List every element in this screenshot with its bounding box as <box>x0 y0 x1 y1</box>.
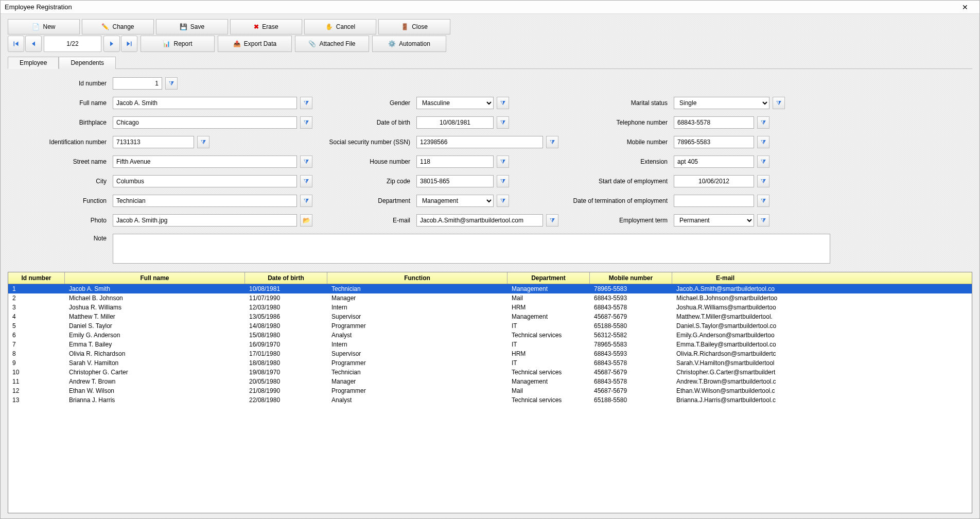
new-label: New <box>43 23 55 30</box>
email-input[interactable] <box>416 214 543 227</box>
dob-input[interactable] <box>416 116 494 129</box>
cell-id: 5 <box>8 321 65 331</box>
house-no-filter-button[interactable]: ⧩ <box>497 155 509 168</box>
start-date-input[interactable] <box>674 175 754 187</box>
emp-term-filter-button[interactable]: ⧩ <box>757 214 769 227</box>
table-row[interactable]: 6Emily G. Anderson15/08/1980AnalystTechn… <box>8 331 972 340</box>
ssn-filter-button[interactable]: ⧩ <box>546 136 558 148</box>
col-name-header[interactable]: Full name <box>65 272 245 284</box>
table-row[interactable]: 2Michael B. Johnson11/07/1990ManagerMail… <box>8 293 972 303</box>
close-button[interactable]: 🚪 Close <box>378 19 450 34</box>
cell-email: Matthew.T.Miller@smartbuildertool. <box>672 312 778 321</box>
house-no-input[interactable] <box>416 155 494 168</box>
stop-hand-icon: ✋ <box>325 23 333 30</box>
table-row[interactable]: 1Jacob A. Smith10/08/1981TechnicianManag… <box>8 284 972 293</box>
col-mobile-header[interactable]: Mobile number <box>590 272 672 284</box>
marital-select[interactable]: Single <box>674 97 769 109</box>
zip-input[interactable] <box>416 175 494 187</box>
nav-last-button[interactable] <box>121 36 137 52</box>
department-select[interactable]: Management <box>416 195 494 207</box>
cancel-button[interactable]: ✋ Cancel <box>304 19 376 34</box>
cell-name: Brianna J. Harris <box>65 395 245 405</box>
cell-mobile: 78965-5583 <box>590 284 672 293</box>
automation-button[interactable]: ⚙️ Automation <box>372 36 446 52</box>
id-number-input[interactable] <box>113 77 162 90</box>
table-row[interactable]: 10Christopher G. Carter19/08/1970Technic… <box>8 368 972 377</box>
table-row[interactable]: 12Ethan W. Wilson21/08/1990ProgrammerMai… <box>8 386 972 395</box>
nav-next-button[interactable] <box>103 36 120 52</box>
mobile-filter-button[interactable]: ⧩ <box>757 136 769 148</box>
start-date-filter-button[interactable]: ⧩ <box>757 175 769 187</box>
gender-select[interactable]: Masculine <box>416 97 494 109</box>
table-row[interactable]: 9Sarah V. Hamilton18/08/1980ProgrammerIT… <box>8 358 972 368</box>
emp-term-select[interactable]: Permanent <box>674 214 754 227</box>
term-date-input[interactable] <box>674 195 754 207</box>
street-filter-button[interactable]: ⧩ <box>300 155 312 168</box>
col-id-header[interactable]: Id number <box>8 272 65 284</box>
id-number-filter-button[interactable]: ⧩ <box>165 77 178 90</box>
birthplace-input[interactable] <box>113 116 297 129</box>
col-dob-header[interactable]: Date of birth <box>245 272 327 284</box>
nav-prev-button[interactable] <box>25 36 42 52</box>
delete-x-icon: ✖ <box>254 23 259 30</box>
photo-input[interactable] <box>113 214 297 227</box>
dob-filter-button[interactable]: ⧩ <box>497 116 509 129</box>
table-row[interactable]: 13Brianna J. Harris22/08/1980AnalystTech… <box>8 395 972 405</box>
full-name-input[interactable] <box>113 97 297 109</box>
function-input[interactable] <box>113 195 297 207</box>
gender-filter-button[interactable]: ⧩ <box>497 97 509 109</box>
photo-browse-button[interactable]: 📂 <box>300 214 312 227</box>
cell-email: Ethan.W.Wilson@smartbuildertool.c <box>672 386 778 395</box>
cell-dob: 22/08/1980 <box>245 395 327 405</box>
funnel-icon: ⧩ <box>500 119 505 126</box>
extension-filter-button[interactable]: ⧩ <box>757 155 769 168</box>
zip-filter-button[interactable]: ⧩ <box>497 175 509 187</box>
ident-no-input[interactable] <box>113 136 194 148</box>
table-row[interactable]: 8Olivia R. Richardson17/01/1980Superviso… <box>8 349 972 358</box>
function-filter-button[interactable]: ⧩ <box>300 195 312 207</box>
table-row[interactable]: 4Matthew T. Miller13/05/1986SupervisorMa… <box>8 312 972 321</box>
cell-email: Emily.G.Anderson@smartbuildertoo <box>672 331 778 340</box>
new-button[interactable]: 📄 New <box>8 19 80 34</box>
attached-file-button[interactable]: 📎 Attached File <box>295 36 369 52</box>
term-date-filter-button[interactable]: ⧩ <box>757 195 769 207</box>
marital-filter-button[interactable]: ⧩ <box>773 97 785 109</box>
funnel-icon: ⧩ <box>761 158 766 165</box>
ident-no-filter-button[interactable]: ⧩ <box>197 136 209 148</box>
tab-employee[interactable]: Employee <box>8 57 59 69</box>
tab-dependents[interactable]: Dependents <box>59 57 116 69</box>
report-button[interactable]: 📊 Report <box>141 36 215 52</box>
col-email-header[interactable]: E-mail <box>672 272 778 284</box>
cell-email: Sarah.V.Hamilton@smartbuildertool <box>672 358 778 368</box>
cell-department: HRM <box>507 349 590 358</box>
nav-first-button[interactable] <box>8 36 24 52</box>
telephone-input[interactable] <box>674 116 754 129</box>
city-input[interactable] <box>113 175 297 187</box>
export-data-button[interactable]: 📤 Export Data <box>218 36 292 52</box>
table-row[interactable]: 5Daniel S. Taylor14/08/1980ProgrammerIT6… <box>8 321 972 331</box>
full-name-filter-button[interactable]: ⧩ <box>300 97 312 109</box>
city-filter-button[interactable]: ⧩ <box>300 175 312 187</box>
telephone-filter-button[interactable]: ⧩ <box>757 116 769 129</box>
mobile-input[interactable] <box>674 136 754 148</box>
grid-body[interactable]: 1Jacob A. Smith10/08/1981TechnicianManag… <box>8 284 972 513</box>
table-row[interactable]: 3Joshua R. Williams12/03/1980InternHRM68… <box>8 303 972 312</box>
change-button[interactable]: ✏️ Change <box>82 19 154 34</box>
email-filter-button[interactable]: ⧩ <box>546 214 558 227</box>
col-function-header[interactable]: Function <box>327 272 507 284</box>
last-icon <box>125 39 134 48</box>
birthplace-filter-button[interactable]: ⧩ <box>300 116 312 129</box>
col-department-header[interactable]: Department <box>507 272 590 284</box>
street-input[interactable] <box>113 155 297 168</box>
erase-button[interactable]: ✖ Erase <box>230 19 302 34</box>
cell-mobile: 65188-5580 <box>590 321 672 331</box>
table-row[interactable]: 7Emma T. Bailey16/09/1970InternIT78965-5… <box>8 340 972 349</box>
save-button[interactable]: 💾 Save <box>156 19 228 34</box>
note-textarea[interactable] <box>113 234 830 264</box>
window-close-button[interactable]: ✕ <box>955 2 975 12</box>
extension-input[interactable] <box>674 155 754 168</box>
telephone-label: Telephone number <box>573 119 671 126</box>
department-filter-button[interactable]: ⧩ <box>497 195 509 207</box>
ssn-input[interactable] <box>416 136 543 148</box>
table-row[interactable]: 11Andrew T. Brown20/05/1980ManagerManage… <box>8 377 972 386</box>
